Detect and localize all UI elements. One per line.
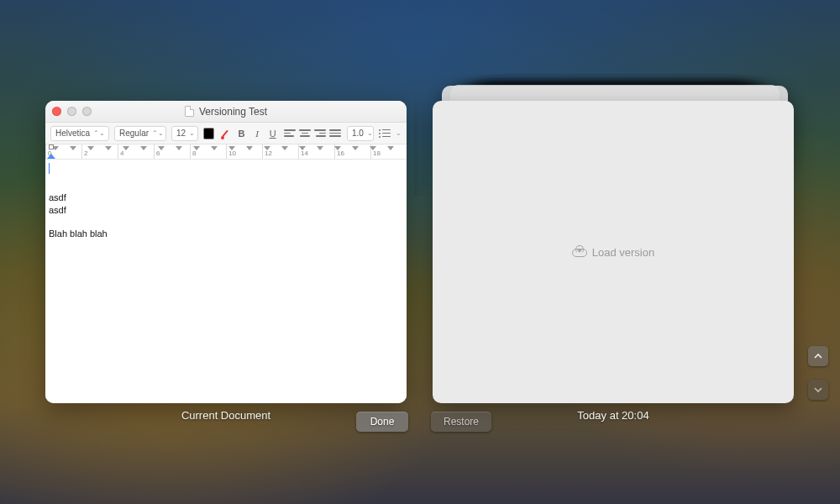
chevron-down-icon: ⌄ [367,129,373,137]
cloud-download-icon [572,247,585,257]
document-line [49,216,402,228]
chevron-up-icon [814,352,822,360]
document-icon [185,106,194,117]
chevron-down-icon: ⌄ [396,129,402,137]
minimize-window-button[interactable] [67,107,76,116]
version-stack: Load version [433,54,794,403]
tab-stop-icon[interactable] [140,146,147,150]
align-left-button[interactable] [283,127,297,140]
tab-stop-icon[interactable] [264,146,270,150]
chevron-down-icon [814,386,822,394]
tab-stop-icon[interactable] [228,146,235,150]
tab-stop-icon[interactable] [352,146,359,150]
document-line: Blah blah blah [49,228,402,239]
tab-stop-icon[interactable] [158,146,165,150]
version-timestamp-label: Today at 20:04 [433,409,794,422]
format-toolbar: Helvetica ⌃⌄ Regular ⌃⌄ 12 ⌄ B I U [45,123,407,144]
alignment-group [283,127,342,140]
font-style-value: Regular [119,129,149,138]
tab-stop-icon[interactable] [87,146,94,150]
tab-stop-icon[interactable] [370,146,376,150]
tab-stop-icon[interactable] [299,146,306,150]
current-document-label: Current Document [45,409,407,422]
tab-stop-icon[interactable] [105,146,112,150]
line-spacing-select[interactable]: 1.0 ⌄ [347,126,374,141]
list-style-button[interactable] [379,127,391,140]
chevron-updown-icon: ⌃⌄ [93,129,105,137]
tab-stop-icon[interactable] [334,146,341,150]
zoom-window-button[interactable] [82,107,92,116]
font-style-select[interactable]: Regular ⌃⌄ [114,126,166,141]
tab-stop-icon[interactable] [246,146,253,150]
tab-stop-icon[interactable] [281,146,288,150]
font-family-select[interactable]: Helvetica ⌃⌄ [50,126,109,141]
titlebar: Versioning Test [45,101,407,123]
font-size-select[interactable]: 12 ⌄ [171,126,198,141]
align-center-button[interactable] [298,127,312,140]
font-family-value: Helvetica [55,129,90,138]
bold-button[interactable]: B [236,127,247,140]
document-body[interactable]: asdfasdf Blah blah blah [45,160,407,403]
italic-button[interactable]: I [252,127,263,140]
first-line-indent-marker[interactable] [49,144,54,150]
left-indent-marker[interactable] [47,154,55,159]
tab-stop-icon[interactable] [387,146,394,150]
window-title: Versioning Test [199,106,267,118]
text-cursor [49,163,50,174]
text-color-swatch[interactable] [203,128,214,139]
eyedropper-icon[interactable] [219,127,231,140]
version-previous-button[interactable] [808,346,828,366]
chevron-down-icon: ⌄ [189,129,195,137]
version-card-front[interactable]: Load version [433,101,794,403]
line-spacing-value: 1.0 [352,129,364,138]
tab-stop-icon[interactable] [70,146,76,150]
load-version-label: Load version [592,246,654,259]
load-version-placeholder[interactable]: Load version [572,246,654,259]
font-size-value: 12 [176,129,186,138]
version-next-button[interactable] [808,380,828,400]
document-line: asdf [49,204,402,216]
align-justify-button[interactable] [328,127,342,140]
align-right-button[interactable] [313,127,327,140]
tab-stop-icon[interactable] [123,146,129,150]
done-button[interactable]: Done [356,412,408,432]
window-controls [52,107,92,116]
close-window-button[interactable] [52,107,61,116]
ruler[interactable]: 02468101214161820 [45,144,407,160]
chevron-updown-icon: ⌃⌄ [152,129,164,137]
tab-stop-icon[interactable] [317,146,323,150]
tab-stop-icon[interactable] [176,146,182,150]
underline-button[interactable]: U [267,127,278,140]
current-document-window: Versioning Test Helvetica ⌃⌄ Regular ⌃⌄ … [45,101,407,403]
document-line: asdf [49,192,402,203]
tab-stop-icon[interactable] [193,146,200,150]
tab-stop-icon[interactable] [211,146,218,150]
